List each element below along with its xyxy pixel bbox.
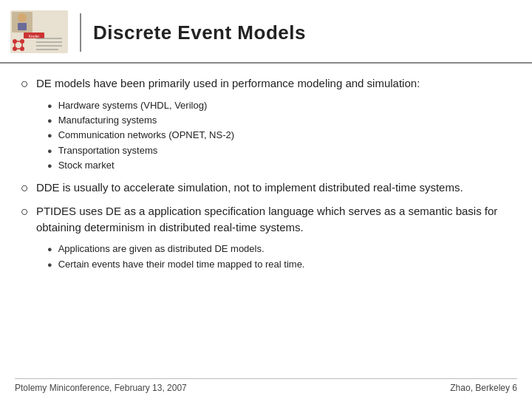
bullet-circle-icon: ○ (21, 204, 29, 219)
bullet-circle-icon: ○ (21, 180, 29, 196)
logo-area: Kepler (10, 10, 69, 55)
kepler-logo-icon: Kepler (10, 10, 68, 53)
slide-footer: Ptolemy Miniconference, February 13, 200… (15, 378, 517, 393)
vertical-divider (80, 13, 81, 52)
sub-dot-icon: ● (47, 161, 52, 170)
sub-item-3: Communication networks (OPNET, NS-2) (58, 129, 234, 142)
svg-point-2 (18, 13, 27, 22)
svg-rect-3 (18, 23, 27, 30)
footer-right: Zhao, Berkeley 6 (450, 383, 517, 393)
list-item: ● Manufacturing systems (47, 114, 511, 127)
list-item: ● Communication networks (OPNET, NS-2) (47, 129, 511, 142)
footer-left: Ptolemy Miniconference, February 13, 200… (15, 383, 187, 393)
list-item: ● Transportation systems (47, 144, 511, 157)
sub-dot-icon: ● (47, 116, 52, 125)
sub-item-2: Manufacturing systems (58, 114, 157, 127)
sub-bullets-3: ● Applications are given as distributed … (47, 242, 511, 270)
sub-dot-icon: ● (47, 146, 52, 155)
sub-item-b3-1: Applications are given as distributed DE… (58, 242, 265, 256)
slide-header: Kepler Discrete Event Models (0, 0, 532, 64)
list-item: ● Stock market (47, 159, 511, 172)
sub-item-5: Stock market (58, 159, 115, 172)
sub-dot-icon: ● (47, 245, 52, 253)
sub-item-1: Hardware systems (VHDL, Verilog) (58, 99, 208, 112)
main-bullet-2: ○ DDE is usually to accelerate simulatio… (21, 180, 511, 196)
sub-item-4: Transportation systems (58, 144, 158, 157)
bullet-2-text: DDE is usually to accelerate simulation,… (36, 180, 463, 196)
bullet-3-text: PTIDES uses DE as a application specific… (36, 203, 511, 236)
sub-item-b3-2: Certain events have their model time map… (58, 258, 305, 271)
svg-text:Kepler: Kepler (29, 34, 40, 38)
bullet-circle-icon: ○ (21, 76, 29, 92)
list-item: ● Hardware systems (VHDL, Verilog) (47, 99, 511, 112)
sub-dot-icon: ● (47, 131, 52, 140)
list-item: ● Certain events have their model time m… (47, 258, 511, 271)
sub-dot-icon: ● (47, 101, 52, 110)
sub-dot-icon: ● (47, 260, 52, 269)
bullet-1-text: DE models have been primarily used in pe… (36, 75, 420, 92)
main-bullet-1: ○ DE models have been primarily used in … (21, 75, 511, 92)
main-bullet-3: ○ PTIDES uses DE as a application specif… (21, 203, 511, 236)
slide-title: Discrete Event Models (93, 21, 306, 44)
list-item: ● Applications are given as distributed … (47, 242, 511, 256)
slide-content: ○ DE models have been primarily used in … (0, 71, 532, 283)
sub-bullets-1: ● Hardware systems (VHDL, Verilog) ● Man… (47, 99, 511, 172)
